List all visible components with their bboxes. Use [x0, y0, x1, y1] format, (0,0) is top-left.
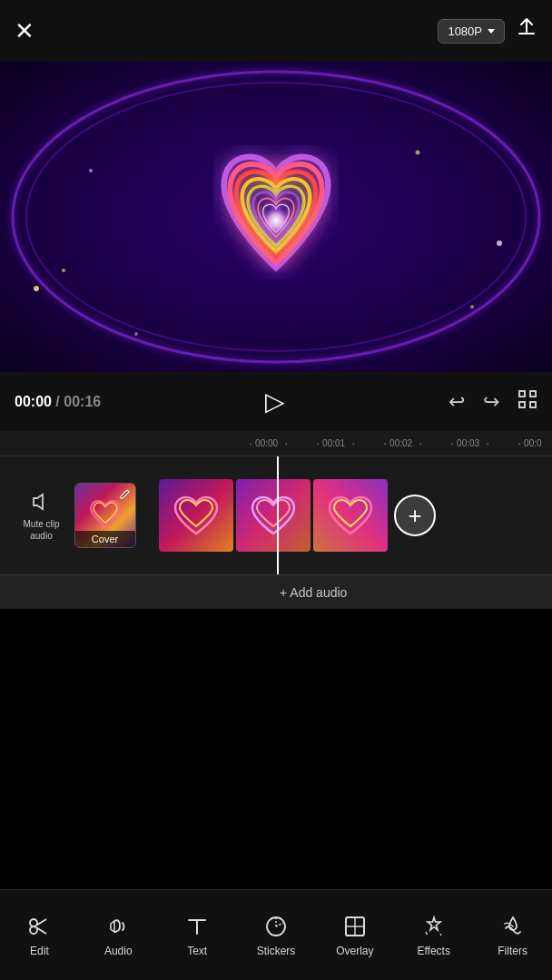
svg-rect-14	[530, 402, 536, 407]
add-audio-button[interactable]: + Add audio	[280, 585, 347, 600]
svg-point-18	[30, 919, 37, 926]
timeline-ruler: 00:00 • 00:01 • 00:02 • 00:03 • 00:0	[0, 431, 552, 456]
clip-thumbnail[interactable]	[236, 479, 310, 552]
text-label: Text	[187, 945, 207, 957]
svg-point-7	[470, 305, 474, 309]
ruler-mark: 00:01 •	[317, 438, 384, 448]
video-preview	[0, 62, 552, 372]
time-display: 00:00 / 00:16	[15, 394, 101, 410]
effects-label: Effects	[417, 945, 449, 957]
top-bar: ✕ 1080P	[0, 0, 552, 62]
svg-point-4	[34, 286, 39, 291]
top-bar-right: 1080P	[438, 17, 537, 44]
bottom-toolbar: Edit Audio Text Stickers Overlay	[0, 889, 552, 980]
svg-point-10	[89, 169, 93, 172]
toolbar-audio[interactable]: Audio	[79, 914, 158, 957]
ruler-mark: 00:00 •	[250, 438, 317, 448]
ruler-marks: 00:00 • 00:01 • 00:02 • 00:03 • 00:0	[250, 438, 552, 448]
stickers-icon	[263, 914, 289, 939]
svg-point-9	[416, 151, 420, 155]
ruler-mark: 00:0	[518, 438, 552, 448]
filters-icon	[500, 914, 526, 939]
resolution-label: 1080P	[448, 24, 482, 38]
effects-icon	[421, 914, 447, 939]
edit-label: Edit	[30, 945, 49, 957]
cover-button[interactable]: Cover	[74, 483, 136, 548]
resolution-button[interactable]: 1080P	[438, 19, 505, 44]
audio-icon	[105, 914, 131, 939]
clips-track: +	[159, 479, 436, 552]
svg-rect-11	[519, 391, 525, 397]
clip-thumbnail[interactable]	[313, 479, 388, 552]
add-clip-button[interactable]: +	[394, 495, 436, 536]
controls-right: ↩ ↪	[448, 389, 537, 415]
total-time: 00:16	[64, 394, 101, 409]
mute-label: Mute clipaudio	[23, 518, 59, 542]
svg-rect-17	[313, 479, 388, 552]
upload-button[interactable]	[516, 17, 537, 44]
toolbar-edit[interactable]: Edit	[0, 914, 79, 957]
fullscreen-button[interactable]	[518, 389, 537, 415]
current-time: 00:00	[15, 394, 52, 409]
toolbar-overlay[interactable]: Overlay	[315, 914, 394, 957]
audio-label: Audio	[104, 945, 133, 957]
svg-line-21	[37, 927, 47, 934]
chevron-down-icon	[488, 29, 495, 34]
controls-bar: 00:00 / 00:16 ▷ ↩ ↪	[0, 372, 552, 431]
timeline-left-panel: Mute clipaudio Cover	[0, 483, 159, 548]
svg-point-19	[30, 926, 37, 934]
cover-edit-icon	[119, 487, 132, 504]
video-canvas	[0, 62, 552, 372]
svg-rect-12	[530, 391, 536, 397]
svg-rect-15	[159, 479, 233, 552]
ruler-mark: 00:03 •	[451, 438, 518, 448]
overlay-label: Overlay	[336, 945, 373, 957]
svg-rect-16	[236, 479, 310, 552]
filters-label: Filters	[498, 945, 527, 957]
svg-point-8	[134, 332, 138, 336]
play-button[interactable]: ▷	[265, 387, 285, 416]
toolbar-text[interactable]: Text	[158, 914, 237, 957]
stickers-label: Stickers	[257, 945, 296, 957]
clip-thumbnail[interactable]	[159, 479, 233, 552]
timeline-track: Mute clipaudio Cover	[0, 456, 552, 574]
svg-point-3	[260, 204, 292, 237]
playhead	[277, 456, 279, 574]
add-audio-bar: + Add audio	[0, 574, 552, 609]
text-icon	[184, 914, 210, 939]
cover-label: Cover	[75, 531, 135, 547]
overlay-icon	[342, 914, 368, 939]
svg-point-6	[497, 240, 502, 246]
toolbar-stickers[interactable]: Stickers	[237, 914, 316, 957]
scissors-icon	[26, 914, 52, 939]
undo-button[interactable]: ↩	[448, 390, 465, 414]
svg-rect-13	[519, 402, 525, 407]
svg-line-20	[37, 919, 47, 926]
svg-point-5	[62, 269, 65, 272]
ruler-mark: 00:02 •	[384, 438, 451, 448]
mute-audio-button[interactable]: Mute clipaudio	[23, 489, 59, 542]
close-button[interactable]: ✕	[15, 17, 34, 45]
time-separator: /	[52, 394, 64, 409]
controls-center: ▷	[101, 387, 448, 416]
redo-button[interactable]: ↪	[483, 390, 499, 414]
toolbar-filters[interactable]: Filters	[473, 914, 552, 957]
toolbar-effects[interactable]: Effects	[394, 914, 473, 957]
